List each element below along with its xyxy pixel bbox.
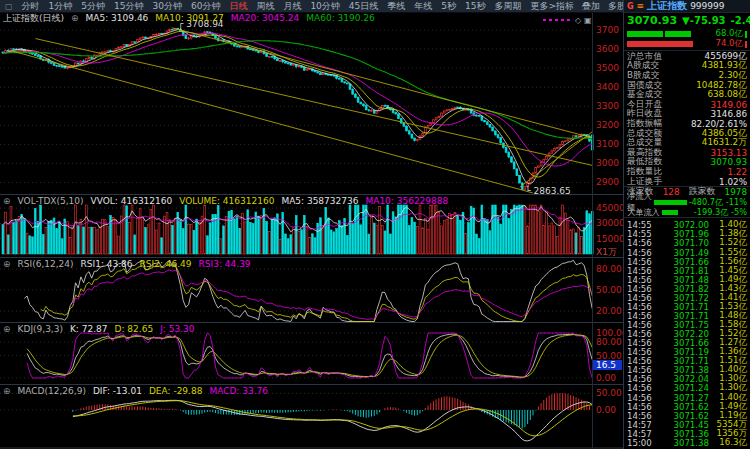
- flow-label: 大单流入: [627, 207, 660, 218]
- trade-row[interactable]: 14:563071.271.40亿: [624, 392, 750, 401]
- stat-value: 3149.06: [711, 100, 747, 110]
- trade-row[interactable]: 14:563071.381.40亿: [624, 364, 750, 373]
- stat-row: 上证换手1.02%: [624, 177, 750, 187]
- svg-text:15000: 15000: [596, 234, 623, 244]
- period-button[interactable]: 月线: [283, 0, 301, 13]
- chart-canvas[interactable]: 3700360035003400330032003100300029004500…: [0, 13, 623, 449]
- period-button[interactable]: 5秒: [441, 0, 456, 13]
- expand-icon[interactable]: ⊕: [3, 259, 11, 270]
- trade-row[interactable]: 14:563072.201.52亿: [624, 328, 750, 337]
- trade-row[interactable]: 14:563071.661.56亿: [624, 256, 750, 265]
- period-button[interactable]: 日线: [229, 0, 247, 13]
- trade-row[interactable]: 14:563071.721.41亿: [624, 292, 750, 301]
- trade-row[interactable]: 14:573071.455354万: [624, 419, 750, 428]
- trade-row[interactable]: 14:553071.961.38亿: [624, 228, 750, 237]
- svg-text:2900: 2900: [596, 177, 619, 187]
- expand-icon[interactable]: ⊕: [3, 386, 11, 397]
- kdj-pane-header[interactable]: ⊕KDJ(9,3,3)K: 72.87D: 82.65J: 53.30: [3, 324, 194, 335]
- rsi-pane-header[interactable]: ⊕RSI(6,12,24)RSI1: 43.86RSI2: 46.49RSI3:…: [3, 259, 251, 270]
- trade-tape[interactable]: 14:553072.001.40亿14:553071.961.38亿14:563…: [624, 217, 750, 449]
- period-button[interactable]: 15秒: [465, 0, 485, 13]
- price-change-pct: -2.41%: [731, 15, 750, 26]
- period-button[interactable]: 45日线: [349, 0, 378, 13]
- period-button[interactable]: 更多>: [530, 0, 556, 13]
- menu-icon[interactable]: ≡: [637, 1, 645, 11]
- trade-row[interactable]: 14:563071.711.48亿: [624, 310, 750, 319]
- index-name: 上证指数: [647, 0, 687, 13]
- trade-row[interactable]: 14:563071.821.43亿: [624, 283, 750, 292]
- trade-row[interactable]: 14:563071.811.45亿: [624, 265, 750, 274]
- trade-row[interactable]: 14:563071.241.30亿: [624, 382, 750, 391]
- period-button[interactable]: 15分钟: [114, 0, 143, 13]
- svg-text:3700: 3700: [596, 25, 619, 35]
- price-row: 3070.93 ▼-75.93 -2.41%: [624, 13, 750, 27]
- indicator-value: VVOL: 416312160: [91, 196, 173, 207]
- indicator-value: DIF: -13.01: [93, 386, 142, 397]
- trade-row[interactable]: 14:563071.751.58亿: [624, 319, 750, 328]
- volume-pane-header[interactable]: ⊕VOL-TDX(5,10)VVOL: 416312160VOLUME: 416…: [3, 196, 448, 207]
- svg-text:16.5: 16.5: [596, 360, 616, 370]
- expand-icon[interactable]: ⊕: [71, 13, 79, 24]
- trade-row[interactable]: 14:563071.661.27亿: [624, 337, 750, 346]
- period-button[interactable]: 10分钟: [310, 0, 339, 13]
- svg-text:3400: 3400: [596, 82, 619, 92]
- indicator-value: RSI1: 43.86: [81, 259, 133, 270]
- period-button[interactable]: 5分钟: [81, 0, 105, 13]
- trade-row[interactable]: 14:563071.701.52亿: [624, 237, 750, 246]
- last-price: 3070.93: [627, 14, 677, 27]
- trade-row[interactable]: 14:563071.621.49亿: [624, 401, 750, 410]
- expand-icon[interactable]: ⊕: [3, 324, 11, 335]
- svg-text:80.00: 80.00: [596, 264, 622, 274]
- trade-row[interactable]: 14:563071.191.36亿: [624, 346, 750, 355]
- trade-row[interactable]: 14:563071.711.51亿: [624, 355, 750, 364]
- indicator-value: RSI2: 46.49: [140, 259, 192, 270]
- svg-text:45000: 45000: [596, 203, 623, 213]
- period-button[interactable]: 季线: [387, 0, 405, 13]
- quote-header: G ≡ 上证指数 999999: [624, 0, 750, 13]
- period-button[interactable]: 年线: [414, 0, 432, 13]
- strength-value: 74.0亿: [716, 38, 743, 50]
- tool-button[interactable]: 指标: [556, 0, 574, 13]
- svg-text:80.00: 80.00: [596, 337, 622, 347]
- logo-icon[interactable]: G: [627, 2, 634, 11]
- svg-text:X1万: X1万: [596, 247, 617, 257]
- strength-tick: [745, 41, 747, 48]
- period-button[interactable]: 分时: [22, 0, 40, 13]
- indicator-value: MA10: 356229888: [365, 196, 448, 207]
- main-pane-header[interactable]: 上证指数(日线)⊕MA5: 3109.46MA10: 3091.27MA20: …: [3, 13, 375, 24]
- trade-row[interactable]: 14:573071.361356万: [624, 428, 750, 437]
- indicator-value: J: 53.30: [160, 324, 194, 335]
- macd-pane-header[interactable]: ⊕MACD(12,26,9)DIF: -13.01DEA: -29.88MACD…: [3, 386, 268, 397]
- svg-text:50.00: 50.00: [596, 285, 622, 295]
- stat-value: 3146.86: [711, 109, 747, 119]
- index-code: 999999: [690, 1, 724, 11]
- period-button[interactable]: 60分钟: [191, 0, 220, 13]
- flow-row: 大单流入-199.3亿 -5%: [624, 207, 750, 217]
- flow-row: 净流入额-480.7亿 -11%: [624, 197, 750, 207]
- trade-row[interactable]: 14:563071.621.19亿: [624, 410, 750, 419]
- trade-row[interactable]: 14:553072.001.40亿: [624, 219, 750, 228]
- flow-value: -199.3亿 -5%: [694, 207, 747, 218]
- svg-text:0.00: 0.00: [596, 373, 616, 383]
- period-button[interactable]: 多周期: [494, 0, 521, 13]
- period-button[interactable]: 30分钟: [152, 0, 181, 13]
- indicator-value: MA5: 358732736: [281, 196, 358, 207]
- period-button[interactable]: 1分钟: [49, 0, 73, 13]
- indicator-value: DEA: -29.88: [149, 386, 203, 397]
- svg-text:50.00: 50.00: [596, 388, 622, 398]
- window-icon[interactable]: ▢: [5, 2, 13, 11]
- trade-row[interactable]: 15:003071.3816.3亿: [624, 437, 750, 446]
- tool-button[interactable]: 叠加: [582, 0, 600, 13]
- period-button[interactable]: 周线: [256, 0, 274, 13]
- trade-volume: 16.3亿: [709, 437, 747, 449]
- indicator-value: MACD(12,26,9): [18, 386, 86, 397]
- stat-value: 1.02%: [719, 177, 747, 187]
- trade-row[interactable]: 14:563071.481.49亿: [624, 274, 750, 283]
- trade-row[interactable]: 14:563072.041.30亿: [624, 373, 750, 382]
- svg-text:3100: 3100: [596, 139, 619, 149]
- quote-panel: G ≡ 上证指数 999999 3070.93 ▼-75.93 -2.41% 6…: [623, 0, 750, 449]
- trade-row[interactable]: 14:563071.711.53亿: [624, 301, 750, 310]
- expand-icon[interactable]: ⊕: [3, 196, 11, 207]
- strength-tick: [745, 31, 747, 38]
- trade-row[interactable]: 14:563071.491.55亿: [624, 247, 750, 256]
